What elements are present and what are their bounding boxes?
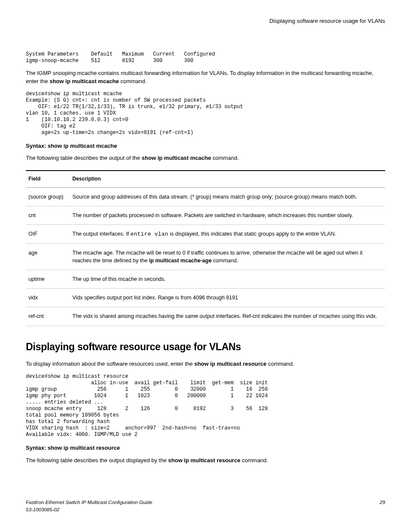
field-cell: age [26,243,70,270]
code-block-resource-output: device#show ip multicast resource alloc … [26,373,385,438]
syntax-line-mcache: Syntax: show ip multicast mcache [26,142,385,150]
text: The following table describes the output… [26,155,142,161]
table-header-description: Description [70,171,385,187]
field-cell: OIF [26,224,70,243]
text: The following table describes the output… [26,457,168,464]
paragraph-intro-resource: To display information about the softwar… [26,360,385,368]
desc-cell: The vidx is shared among mcaches having … [70,307,385,326]
table-row: (source group) Source and group addresse… [26,187,385,206]
field-cell: cnt [26,206,70,224]
text: is displayed, this indicates that static… [168,231,336,237]
desc-cell: Source and group addresses of this data … [70,187,385,206]
footer-doc-number: 53-1003085-02 [26,506,153,513]
command-name: show ip multicast mcache [50,78,119,84]
syntax-line-resource: Syntax: show ip multicast resource [26,444,385,452]
paragraph-table-intro-resource: The following table describes the output… [26,457,385,465]
code-block-mcache-output: device#show ip multicast mcache Example:… [26,91,385,136]
text: command. [267,361,294,367]
command-name: show ip multicast resource [194,361,267,367]
table-header-field: Field [26,171,70,187]
field-cell: (source group) [26,187,70,206]
code-block-system-parameters: System Parameters Default Maximum Curren… [26,51,385,64]
inline-code: entire vlan [131,231,168,237]
table-row: cnt The number of packets processed in s… [26,206,385,224]
running-header: Displaying software resource usage for V… [26,17,385,25]
text: command. [119,78,146,84]
table-row: uptime The up time of this mcache in sec… [26,270,385,289]
desc-cell: Vidx specifies output port list index. R… [70,289,385,307]
command-name: ip multicast mcache-age [149,258,212,264]
footer-guide-title: FastIron Ethernet Switch IP Multicast Co… [26,499,153,506]
page-footer: FastIron Ethernet Switch IP Multicast Co… [26,499,385,513]
text: command. [211,155,239,161]
text: command. [240,457,268,464]
text: To display information about the softwar… [26,361,194,367]
field-cell: vidx [26,289,70,307]
command-name: show ip multicast resource [168,457,240,464]
paragraph-intro-mcache: The IGMP snooping mcache contains multic… [26,69,385,86]
table-row: OIF The output interfaces. If entire vla… [26,224,385,243]
command-name: show ip multicast mcache [142,155,211,161]
desc-cell: The output interfaces. If entire vlan is… [70,224,385,243]
desc-cell: The mcache age. The mcache will be reset… [70,243,385,270]
table-row: ref-cnt The vidx is shared among mcaches… [26,307,385,326]
footer-left: FastIron Ethernet Switch IP Multicast Co… [26,499,153,513]
paragraph-table-intro-mcache: The following table describes the output… [26,154,385,162]
section-heading: Displaying software resource usage for V… [26,340,385,354]
text: The output interfaces. If [72,231,131,237]
output-description-table: Field Description (source group) Source … [26,170,385,326]
desc-cell: The up time of this mcache in seconds. [70,270,385,289]
table-row: age The mcache age. The mcache will be r… [26,243,385,270]
table-row: vidx Vidx specifies output port list ind… [26,289,385,307]
text: command. [212,258,238,264]
footer-page-number: 29 [380,499,385,513]
desc-cell: The number of packets processed in softw… [70,206,385,224]
field-cell: ref-cnt [26,307,70,326]
field-cell: uptime [26,270,70,289]
